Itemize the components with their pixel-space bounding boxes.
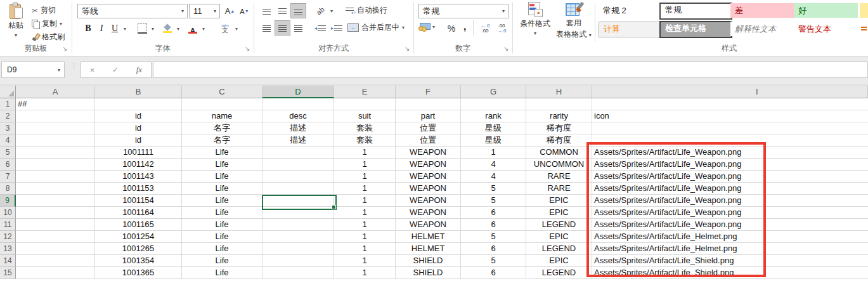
cell-B13[interactable]: 1001265	[95, 243, 182, 255]
column-header-I[interactable]: I	[592, 86, 868, 98]
row-header-7[interactable]: 7	[0, 171, 16, 183]
cell-F7[interactable]: WEAPON	[396, 171, 461, 183]
row-header-5[interactable]: 5	[0, 147, 16, 159]
cell-I3[interactable]	[592, 122, 868, 134]
column-header-H[interactable]: H	[526, 86, 592, 98]
cell-F6[interactable]: WEAPON	[396, 159, 461, 171]
name-box-dropdown-icon[interactable]: ▾	[58, 67, 64, 73]
cell-A15[interactable]	[16, 267, 95, 279]
cell-B2[interactable]: id	[95, 110, 182, 122]
bold-button[interactable]: B	[81, 21, 95, 36]
cell-style-bad[interactable]: 差	[730, 3, 794, 18]
cell-E11[interactable]: 1	[334, 219, 396, 231]
cell-C10[interactable]: Life	[182, 207, 262, 219]
cell-style-normal-selected[interactable]: 常规	[659, 3, 732, 20]
cell-E13[interactable]: 1	[334, 243, 396, 255]
cell-F9[interactable]: WEAPON	[396, 195, 461, 207]
cell-A4[interactable]	[16, 134, 95, 147]
cell-C14[interactable]: Life	[182, 255, 262, 267]
cell-D5[interactable]	[262, 147, 334, 159]
cell-G12[interactable]: 5	[461, 231, 526, 243]
cell-H2[interactable]: rarity	[526, 110, 592, 122]
cell-G13[interactable]: 6	[461, 243, 526, 255]
cell-C12[interactable]: Life	[182, 231, 262, 243]
cell-E12[interactable]: 1	[334, 231, 396, 243]
cell-style-good[interactable]: 好	[794, 3, 858, 18]
cell-I1[interactable]	[592, 98, 868, 110]
merge-center-button[interactable]: ↔ 合并后居中 ▾	[347, 22, 405, 33]
cell-B4[interactable]: id	[95, 134, 182, 147]
cancel-icon[interactable]: ×	[90, 65, 95, 75]
row-header-4[interactable]: 4	[0, 134, 16, 147]
clipboard-dialog-launcher-icon[interactable]: ↘	[62, 46, 67, 52]
cell-H3[interactable]: 稀有度	[526, 122, 592, 134]
cell-style-normal2[interactable]: 常规 2	[599, 3, 660, 18]
format-painter-button[interactable]: 格式刷	[32, 32, 65, 42]
middle-align-button[interactable]	[275, 3, 290, 18]
cell-F12[interactable]: HELMET	[396, 231, 461, 243]
cell-D12[interactable]	[262, 231, 334, 243]
cell-G9[interactable]: 5	[461, 195, 526, 207]
cell-B1[interactable]	[95, 98, 182, 110]
cell-A1[interactable]: ##	[16, 98, 95, 110]
phonetic-dropdown[interactable]: ▾	[232, 21, 241, 36]
cell-B11[interactable]: 1001165	[95, 219, 182, 231]
row-header-9[interactable]: 9	[0, 195, 16, 207]
align-center-button[interactable]	[275, 20, 290, 36]
cell-G5[interactable]: 1	[461, 147, 526, 159]
cell-A3[interactable]	[16, 122, 95, 134]
font-color-button[interactable]: UA	[185, 21, 200, 36]
cell-E3[interactable]: 套装	[334, 122, 396, 134]
cell-H8[interactable]: RARE	[526, 183, 592, 195]
cell-F3[interactable]: 位置	[396, 122, 461, 134]
wrap-text-button[interactable]: ↩ 自动换行	[346, 5, 387, 16]
cell-G1[interactable]	[461, 98, 526, 110]
cell-H11[interactable]: LEGEND	[526, 219, 592, 231]
enter-icon[interactable]: ✓	[112, 65, 119, 74]
cell-A13[interactable]	[16, 243, 95, 255]
cell-A14[interactable]	[16, 255, 95, 267]
underline-button[interactable]: U	[108, 21, 122, 36]
cell-E1[interactable]	[334, 98, 396, 110]
font-dialog-launcher-icon[interactable]: ↘	[245, 46, 250, 52]
cell-G15[interactable]: 6	[461, 267, 526, 279]
cell-B3[interactable]: id	[95, 122, 182, 134]
column-header-G[interactable]: G	[461, 86, 526, 98]
copy-button[interactable]: 复制 ▾	[32, 18, 62, 29]
cell-C1[interactable]	[182, 98, 262, 110]
cell-G3[interactable]: 星级	[461, 122, 526, 134]
cut-button[interactable]: ✂ 剪切	[32, 5, 56, 16]
row-header-1[interactable]: 1	[0, 98, 16, 110]
italic-button[interactable]: I	[95, 21, 108, 36]
number-format-combo[interactable]: 常规 ▾	[418, 4, 508, 18]
cell-F8[interactable]: WEAPON	[396, 183, 461, 195]
cell-D2[interactable]: desc	[262, 110, 334, 122]
column-header-D[interactable]: D	[262, 86, 334, 98]
cell-H15[interactable]: LEGEND	[526, 267, 592, 279]
cell-A9[interactable]	[16, 195, 95, 207]
percent-style-button[interactable]: %	[444, 21, 459, 36]
cell-E6[interactable]: 1	[334, 159, 396, 171]
cell-G6[interactable]: 4	[461, 159, 526, 171]
cell-E14[interactable]: 1	[334, 255, 396, 267]
cell-style-neutral-partial[interactable]	[860, 3, 868, 18]
formula-bar-splitter[interactable]: ⋮	[70, 64, 72, 75]
borders-dropdown[interactable]: ▾	[148, 21, 157, 36]
cell-H4[interactable]: 稀有度	[526, 134, 592, 147]
cell-C8[interactable]: Life	[182, 183, 262, 195]
cell-G10[interactable]: 6	[461, 207, 526, 219]
cell-C6[interactable]: Life	[182, 159, 262, 171]
cell-H6[interactable]: UNCOMMON	[526, 159, 592, 171]
fill-handle[interactable]	[332, 205, 336, 209]
cell-C7[interactable]: Life	[182, 171, 262, 183]
cell-C15[interactable]: Life	[182, 267, 262, 279]
cell-style-partial[interactable]	[860, 22, 868, 36]
cell-G7[interactable]: 4	[461, 171, 526, 183]
alignment-dialog-launcher-icon[interactable]: ↘	[405, 46, 410, 52]
comma-style-button[interactable]: ,	[459, 19, 470, 34]
accounting-format-button[interactable]: ▾	[418, 23, 435, 31]
font-size-combo[interactable]: 11 ▾	[189, 4, 220, 18]
paste-button[interactable]: 粘贴 ▾	[4, 3, 28, 38]
cell-D11[interactable]	[262, 219, 334, 231]
cell-H13[interactable]: LEGEND	[526, 243, 592, 255]
